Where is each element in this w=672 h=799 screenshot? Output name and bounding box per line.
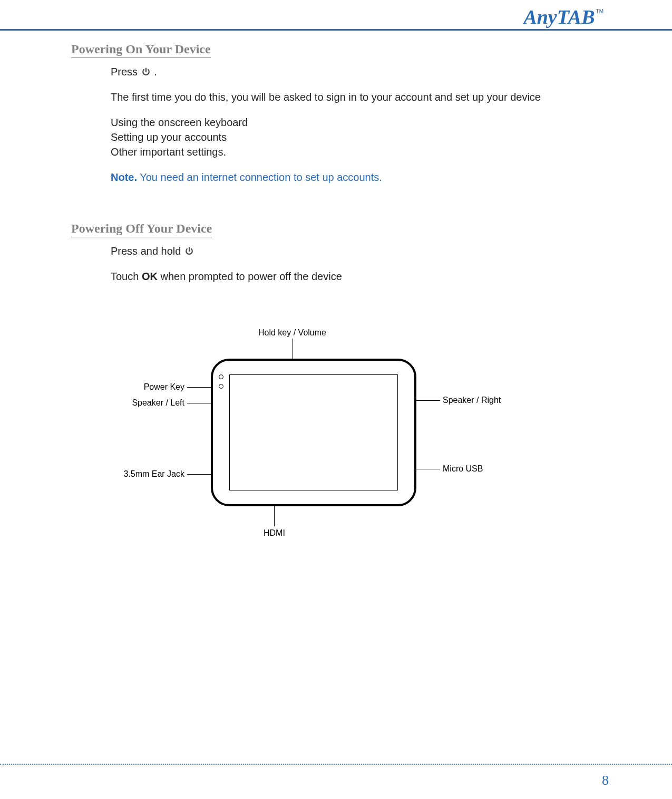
brand-logo: AnyTAB TM	[523, 5, 603, 28]
body-powering-off: Press and hold Touch OK when prompted to…	[111, 244, 574, 284]
device-diagram: Hold key / Volume Power Key Speaker / Le…	[121, 322, 501, 575]
power-icon	[184, 246, 194, 257]
setup-item-accounts: Setting up your accounts	[111, 130, 574, 145]
press-text-post: .	[154, 66, 157, 78]
footer-rule	[0, 764, 672, 765]
note-label: Note.	[111, 171, 137, 183]
lead-speaker-right	[416, 400, 440, 401]
camera-dot-2	[219, 384, 223, 389]
touch-ok-post: when prompted to power off the device	[161, 271, 342, 282]
heading-powering-on: Powering On Your Device	[71, 42, 211, 58]
note-text: You need an internet connection to set u…	[140, 171, 382, 183]
lead-top	[293, 339, 293, 359]
content-area: Powering On Your Device Press . The firs…	[71, 42, 598, 294]
brand-name: AnyTAB	[523, 5, 595, 28]
touch-ok-bold: OK	[142, 271, 158, 282]
label-ear-jack: 3.5mm Ear Jack	[111, 469, 184, 479]
press-hold-line: Press and hold	[111, 244, 574, 258]
setup-item-keyboard: Using the onscreen keyboard	[111, 115, 574, 130]
heading-powering-off: Powering Off Your Device	[71, 222, 212, 237]
press-text-pre: Press	[111, 66, 141, 78]
device-screen	[229, 374, 398, 490]
lead-speaker-left	[187, 403, 211, 403]
header-rule	[0, 29, 672, 31]
label-power-key: Power Key	[132, 382, 184, 392]
power-icon	[141, 67, 151, 78]
lead-micro-usb	[416, 469, 440, 469]
camera-dot-1	[219, 374, 223, 379]
label-hdmi: HDMI	[264, 528, 285, 538]
label-micro-usb: Micro USB	[443, 464, 483, 474]
note-line: Note. You need an internet connection to…	[111, 170, 574, 185]
label-speaker-right: Speaker / Right	[443, 396, 501, 405]
section-powering-on: Powering On Your Device Press . The firs…	[71, 42, 598, 185]
first-time-text: The first time you do this, you will be …	[111, 90, 574, 104]
lead-ear-jack	[187, 474, 211, 475]
lead-power-key	[187, 387, 211, 388]
label-hold-volume: Hold key / Volume	[258, 328, 326, 338]
touch-ok-line: Touch OK when prompted to power off the …	[111, 269, 574, 284]
page-number: 8	[602, 773, 609, 788]
lead-bottom	[274, 506, 275, 526]
press-hold-text: Press and hold	[111, 245, 184, 257]
setup-item-other: Other important settings.	[111, 145, 574, 159]
body-powering-on: Press . The first time you do this, you …	[111, 64, 574, 185]
section-powering-off: Powering Off Your Device Press and hold …	[71, 222, 598, 284]
label-speaker-left: Speaker / Left	[121, 398, 184, 408]
press-line: Press .	[111, 64, 574, 79]
page-root: AnyTAB TM Powering On Your Device Press …	[0, 0, 672, 799]
touch-ok-pre: Touch	[111, 271, 142, 282]
brand-tm: TM	[596, 8, 603, 14]
